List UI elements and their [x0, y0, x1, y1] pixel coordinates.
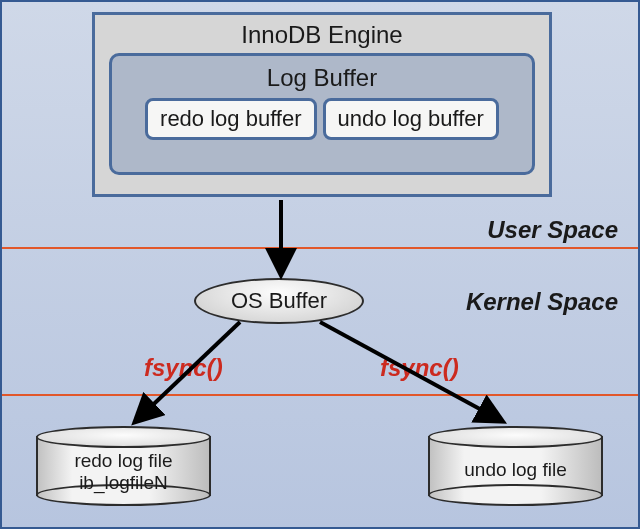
label-user-space: User Space	[487, 216, 618, 244]
divider-user-kernel	[2, 247, 638, 249]
innodb-engine-box: InnoDB Engine Log Buffer redo log buffer…	[92, 12, 552, 197]
label-fsync-right: fsync()	[380, 354, 459, 382]
undo-log-buffer: undo log buffer	[323, 98, 499, 140]
redo-file-line2: ib_logfileN	[79, 472, 168, 493]
label-kernel-space: Kernel Space	[466, 288, 618, 316]
redo-log-buffer: redo log buffer	[145, 98, 316, 140]
diagram-canvas: User Space Kernel Space InnoDB Engine Lo…	[0, 0, 640, 529]
divider-kernel-disk	[2, 394, 638, 396]
undo-log-file-label: undo log file	[428, 459, 603, 481]
log-buffer-title: Log Buffer	[112, 56, 532, 98]
log-buffer-box: Log Buffer redo log buffer undo log buff…	[109, 53, 535, 175]
undo-log-file-cylinder: undo log file	[428, 426, 603, 506]
os-buffer: OS Buffer	[194, 278, 364, 324]
redo-log-file-cylinder: redo log file ib_logfileN	[36, 426, 211, 506]
label-fsync-left: fsync()	[144, 354, 223, 382]
redo-log-file-label: redo log file ib_logfileN	[36, 450, 211, 494]
redo-file-line1: redo log file	[74, 450, 172, 471]
engine-title: InnoDB Engine	[95, 15, 549, 53]
